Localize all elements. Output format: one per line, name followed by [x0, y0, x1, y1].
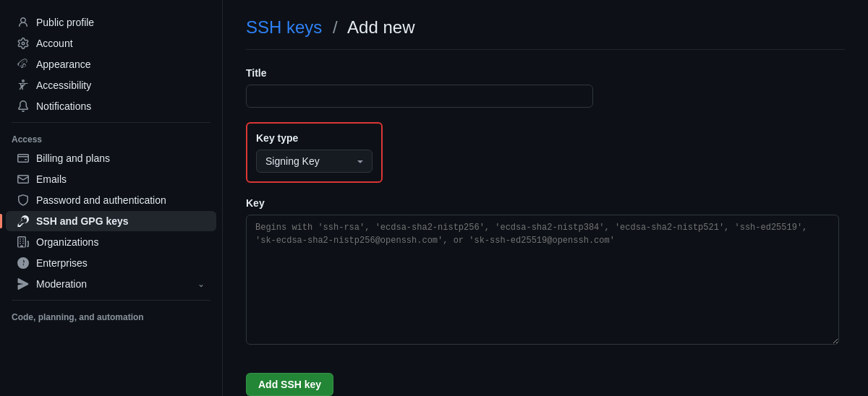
sidebar-item-organizations[interactable]: Organizations — [6, 232, 216, 252]
sidebar-item-account[interactable]: Account — [6, 33, 216, 53]
person-icon — [17, 17, 29, 28]
sidebar-divider-1 — [12, 122, 210, 123]
sidebar-item-emails[interactable]: Emails — [6, 169, 216, 189]
sidebar-item-password-label: Password and authentication — [36, 194, 205, 206]
sidebar-item-accessibility-label: Accessibility — [36, 79, 205, 91]
page-title-rest: Add new — [347, 17, 414, 37]
title-input[interactable] — [246, 85, 593, 108]
sidebar-item-billing[interactable]: Billing and plans — [6, 148, 216, 168]
accessibility-icon — [17, 79, 29, 91]
sidebar-section-access: Access — [0, 129, 222, 147]
sidebar: Public profile Account Appearance Access… — [0, 0, 223, 396]
gear-icon — [17, 38, 29, 49]
key-type-group: Key type Authentication Key Signing Key — [246, 122, 383, 183]
main-content: SSH keys / Add new Title Key type Authen… — [223, 0, 868, 396]
sidebar-item-ssh-gpg-label: SSH and GPG keys — [36, 215, 205, 227]
chevron-down-icon: ⌄ — [197, 279, 205, 289]
sidebar-item-appearance-label: Appearance — [36, 59, 205, 70]
breadcrumb-separator: / — [333, 17, 338, 37]
sidebar-item-appearance[interactable]: Appearance — [6, 54, 216, 74]
sidebar-item-ssh-gpg[interactable]: SSH and GPG keys — [6, 211, 216, 231]
sidebar-item-password[interactable]: Password and authentication — [6, 190, 216, 210]
page-title: SSH keys / Add new — [246, 17, 414, 38]
sidebar-item-notifications-label: Notifications — [36, 100, 205, 112]
moderation-icon — [17, 278, 29, 290]
key-label: Key — [246, 197, 845, 209]
key-form-group: Key — [246, 197, 845, 347]
mail-icon — [17, 173, 29, 185]
globe-icon — [17, 257, 29, 269]
org-icon — [17, 236, 29, 248]
sidebar-divider-2 — [12, 300, 210, 301]
sidebar-item-public-profile[interactable]: Public profile — [6, 12, 216, 33]
sidebar-item-account-label: Account — [36, 38, 205, 49]
title-label: Title — [246, 67, 845, 79]
paintbrush-icon — [17, 59, 29, 70]
sidebar-item-public-profile-label: Public profile — [36, 17, 205, 28]
sidebar-section-code: Code, planning, and automation — [0, 306, 222, 325]
add-ssh-key-button[interactable]: Add SSH key — [246, 373, 333, 396]
credit-card-icon — [17, 152, 29, 164]
sidebar-item-enterprises[interactable]: Enterprises — [6, 253, 216, 273]
title-form-group: Title — [246, 67, 845, 108]
bell-icon — [17, 100, 29, 112]
key-textarea[interactable] — [246, 215, 839, 345]
sidebar-item-billing-label: Billing and plans — [36, 152, 205, 164]
sidebar-item-accessibility[interactable]: Accessibility — [6, 75, 216, 95]
key-type-select[interactable]: Authentication Key Signing Key — [256, 150, 373, 173]
sidebar-item-moderation-label: Moderation — [36, 278, 190, 290]
shield-icon — [17, 194, 29, 206]
header-divider — [246, 49, 845, 50]
key-type-label: Key type — [256, 132, 373, 144]
sidebar-item-organizations-label: Organizations — [36, 236, 205, 248]
sidebar-item-moderation[interactable]: Moderation ⌄ — [6, 274, 216, 294]
sidebar-item-enterprises-label: Enterprises — [36, 257, 205, 269]
page-header: SSH keys / Add new — [246, 17, 845, 38]
breadcrumb-link[interactable]: SSH keys — [246, 17, 322, 37]
sidebar-item-emails-label: Emails — [36, 173, 205, 185]
key-icon — [17, 215, 29, 227]
sidebar-item-notifications[interactable]: Notifications — [6, 96, 216, 116]
